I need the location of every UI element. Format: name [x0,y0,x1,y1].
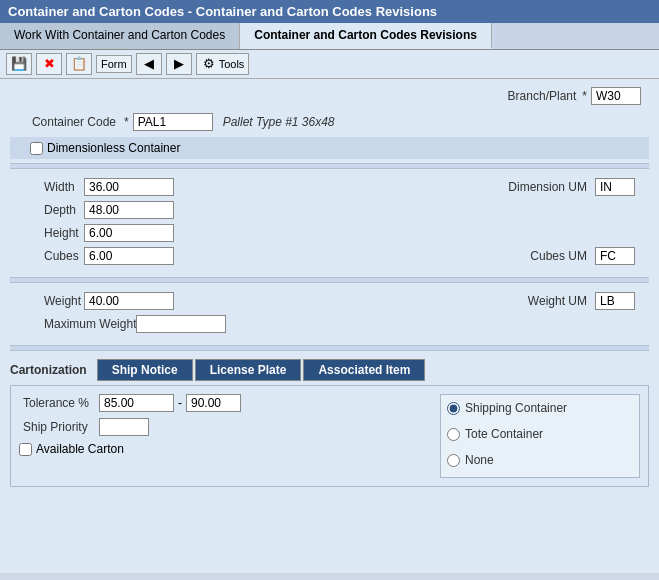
dimensionless-label: Dimensionless Container [47,141,180,155]
branch-plant-row: Branch/Plant * [10,85,649,107]
weight-um-input[interactable] [595,292,635,310]
copy-button[interactable]: 📋 [66,53,92,75]
save-button[interactable]: 💾 [6,53,32,75]
tolerance-row: Tolerance % - [19,394,420,412]
section-divider-2 [10,277,649,283]
next-button[interactable]: ▶ [166,53,192,75]
radio-shipping-container-label: Shipping Container [465,401,567,415]
radio-none-input[interactable] [447,454,460,467]
container-code-label: Container Code [14,115,124,129]
max-weight-input[interactable] [136,315,226,333]
cubes-input[interactable] [84,247,174,265]
main-tab-row: Work With Container and Carton Codes Con… [0,23,659,50]
weight-label: Weight [14,294,84,308]
dimensionless-checkbox[interactable] [30,142,43,155]
weight-row: Weight Weight UM [10,291,649,311]
close-icon: ✖ [41,56,57,72]
tolerance-input-2[interactable] [186,394,241,412]
carton-tab-ship-notice[interactable]: Ship Notice [97,359,193,381]
cartonization-left: Tolerance % - Ship Priority Available Ca… [19,394,420,478]
width-input[interactable] [84,178,174,196]
ship-priority-input[interactable] [99,418,149,436]
width-label: Width [14,180,84,194]
ship-priority-row: Ship Priority [19,418,420,436]
cartonization-right: Shipping Container Tote Container None [440,394,640,478]
prev-icon: ◀ [141,56,157,72]
cubes-um-input[interactable] [595,247,635,265]
radio-none: None [447,453,633,467]
tab-work-with[interactable]: Work With Container and Carton Codes [0,23,240,49]
cartonization-label: Cartonization [10,363,87,377]
tools-label: Tools [219,58,245,70]
copy-icon: 📋 [71,56,87,72]
form-button[interactable]: Form [96,55,132,73]
max-weight-row: Maximum Weight [10,314,649,334]
save-icon: 💾 [11,56,27,72]
radio-none-label: None [465,453,494,467]
carton-tab-license-plate[interactable]: License Plate [195,359,302,381]
weight-um-label: Weight UM [495,294,595,308]
container-code-required-star: * [124,115,129,129]
branch-plant-required-star: * [582,89,587,103]
depth-input[interactable] [84,201,174,219]
dimension-um-input[interactable] [595,178,635,196]
radio-tote-container-input[interactable] [447,428,460,441]
section-divider-3 [10,345,649,351]
height-row: Height [10,223,649,243]
height-label: Height [14,226,84,240]
height-input[interactable] [84,224,174,242]
available-carton-label: Available Carton [36,442,124,456]
width-row: Width Dimension UM [10,177,649,197]
toolbar: 💾 ✖ 📋 Form ◀ ▶ ⚙ Tools [0,50,659,79]
radio-tote-container: Tote Container [447,427,633,441]
ship-priority-label: Ship Priority [19,420,99,434]
container-code-description: Pallet Type #1 36x48 [213,115,335,129]
radio-tote-container-label: Tote Container [465,427,543,441]
cubes-label: Cubes [14,249,84,263]
dimensions-section: Width Dimension UM Depth Height Cubes Cu… [10,173,649,273]
available-carton-row: Available Carton [19,442,420,456]
radio-shipping-container-input[interactable] [447,402,460,415]
next-icon: ▶ [171,56,187,72]
carton-tab-associated-item[interactable]: Associated Item [303,359,425,381]
section-divider-1 [10,163,649,169]
prev-button[interactable]: ◀ [136,53,162,75]
available-carton-checkbox[interactable] [19,443,32,456]
form-label: Form [101,58,127,70]
branch-plant-input[interactable] [591,87,641,105]
container-code-input[interactable] [133,113,213,131]
cubes-row: Cubes Cubes UM [10,246,649,266]
tolerance-input-1[interactable] [99,394,174,412]
cartonization-header: Cartonization Ship Notice License Plate … [10,359,649,381]
close-button[interactable]: ✖ [36,53,62,75]
weight-section: Weight Weight UM Maximum Weight [10,287,649,341]
tools-button[interactable]: ⚙ Tools [196,53,250,75]
cartonization-content: Tolerance % - Ship Priority Available Ca… [10,385,649,487]
branch-plant-label: Branch/Plant [508,89,577,103]
weight-input[interactable] [84,292,174,310]
container-code-row: Container Code * Pallet Type #1 36x48 [10,111,649,133]
tolerance-label: Tolerance % [19,396,99,410]
max-weight-label: Maximum Weight [14,317,136,331]
cubes-um-label: Cubes UM [495,249,595,263]
tools-icon: ⚙ [201,56,217,72]
dimension-um-label: Dimension UM [495,180,595,194]
dimensionless-row: Dimensionless Container [10,137,649,159]
page-title: Container and Carton Codes - Container a… [0,0,659,23]
tab-revisions[interactable]: Container and Carton Codes Revisions [240,23,492,49]
depth-row: Depth [10,200,649,220]
depth-label: Depth [14,203,84,217]
main-content: Branch/Plant * Container Code * Pallet T… [0,79,659,573]
radio-shipping-container: Shipping Container [447,401,633,415]
tolerance-dash: - [178,396,182,410]
